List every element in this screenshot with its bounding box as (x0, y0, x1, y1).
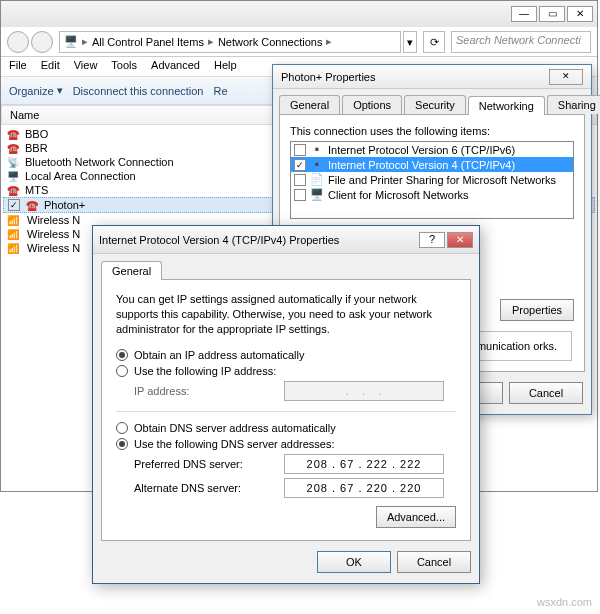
refresh-button[interactable]: ⟳ (423, 31, 445, 53)
chevron-right-icon: ▸ (82, 35, 88, 48)
signal-icon (7, 228, 21, 240)
connection-label: Bluetooth Network Connection (25, 156, 174, 168)
ip-address-input: . . . (284, 381, 444, 401)
tab-sharing[interactable]: Sharing (547, 95, 600, 114)
radio-ip-auto[interactable]: Obtain an IP address automatically (116, 349, 456, 361)
properties-button[interactable]: Properties (500, 299, 574, 321)
net-icon (7, 170, 19, 182)
minimize-button[interactable]: — (511, 6, 537, 22)
close-button[interactable]: ✕ (567, 6, 593, 22)
search-input[interactable]: Search Network Connecti (451, 31, 591, 53)
breadcrumb[interactable]: 🖥️ ▸ All Control Panel Items ▸ Network C… (59, 31, 401, 53)
tab-networking[interactable]: Networking (468, 96, 545, 115)
alternate-dns-input[interactable]: 208 . 67 . 220 . 220 (284, 478, 444, 498)
chevron-right-icon: ▸ (326, 35, 332, 48)
folder-icon: 🖥️ (64, 35, 78, 48)
breadcrumb-item-network-connections[interactable]: Network Connections (218, 36, 323, 48)
radio-icon (116, 365, 128, 377)
radio-ip-manual[interactable]: Use the following IP address: (116, 365, 456, 377)
rename-button[interactable]: Re (214, 85, 228, 97)
advanced-button[interactable]: Advanced... (376, 506, 456, 528)
protocol-icon: ▪️ (310, 143, 324, 156)
maximize-button[interactable]: ▭ (539, 6, 565, 22)
signal-icon (7, 242, 21, 254)
dialup-icon (7, 142, 19, 154)
checkbox-icon[interactable] (294, 144, 306, 156)
dialup-icon (7, 128, 19, 140)
tab-general[interactable]: General (101, 261, 162, 280)
help-button[interactable]: ? (419, 232, 445, 248)
close-button[interactable]: ✕ (447, 232, 473, 248)
disconnect-button[interactable]: Disconnect this connection (73, 85, 204, 97)
window-titlebar: — ▭ ✕ (1, 1, 597, 27)
connection-label: Wireless N (27, 242, 80, 254)
list-item-ipv6[interactable]: ▪️ Internet Protocol Version 6 (TCP/IPv6… (291, 142, 573, 157)
menu-advanced[interactable]: Advanced (151, 59, 200, 74)
dialog-titlebar: Photon+ Properties ✕ (273, 65, 591, 89)
tab-strip: General Options Security Networking Shar… (279, 95, 585, 114)
dialup-icon (26, 199, 38, 211)
signal-icon (7, 214, 21, 226)
items-label: This connection uses the following items… (290, 125, 574, 137)
organize-button[interactable]: Organize ▾ (9, 84, 63, 97)
list-item-file-sharing[interactable]: 📄 File and Printer Sharing for Microsoft… (291, 172, 573, 187)
connection-label: Wireless N (27, 228, 80, 240)
dialog-title: Photon+ Properties (281, 71, 375, 83)
cancel-button[interactable]: Cancel (509, 382, 583, 404)
dialog-title: Internet Protocol Version 4 (TCP/IPv4) P… (99, 234, 339, 246)
connection-label: BBO (25, 128, 48, 140)
menu-view[interactable]: View (74, 59, 98, 74)
radio-icon (116, 438, 128, 450)
watermark-text: wsxdn.com (537, 596, 592, 608)
tab-security[interactable]: Security (404, 95, 466, 114)
connection-label: BBR (25, 142, 48, 154)
ok-button[interactable]: OK (317, 551, 391, 573)
preferred-dns-label: Preferred DNS server: (134, 458, 284, 470)
tcpip-properties-dialog: Internet Protocol Version 4 (TCP/IPv4) P… (92, 225, 480, 584)
breadcrumb-dropdown[interactable]: ▾ (403, 31, 417, 53)
protocol-icon: ▪️ (310, 158, 324, 171)
breadcrumb-item-control-panel[interactable]: All Control Panel Items (92, 36, 204, 48)
connection-label: MTS (25, 184, 48, 196)
info-text: You can get IP settings assigned automat… (116, 292, 456, 337)
ip-address-label: IP address: (134, 385, 284, 397)
connection-label: Local Area Connection (25, 170, 136, 182)
nav-forward-button[interactable] (31, 31, 53, 53)
network-items-list[interactable]: ▪️ Internet Protocol Version 6 (TCP/IPv6… (290, 141, 574, 219)
dialog-titlebar: Internet Protocol Version 4 (TCP/IPv4) P… (93, 226, 479, 254)
menu-edit[interactable]: Edit (41, 59, 60, 74)
tab-panel-general: You can get IP settings assigned automat… (101, 279, 471, 541)
connection-label: Photon+ (44, 199, 85, 211)
menu-file[interactable]: File (9, 59, 27, 74)
preferred-dns-input[interactable]: 208 . 67 . 222 . 222 (284, 454, 444, 474)
radio-dns-auto[interactable]: Obtain DNS server address automatically (116, 422, 456, 434)
radio-icon (116, 349, 128, 361)
cancel-button[interactable]: Cancel (397, 551, 471, 573)
tab-general[interactable]: General (279, 95, 340, 114)
service-icon: 🖥️ (310, 188, 324, 201)
radio-icon (116, 422, 128, 434)
checkbox-icon[interactable]: ✓ (8, 199, 20, 211)
address-bar: 🖥️ ▸ All Control Panel Items ▸ Network C… (1, 27, 597, 57)
menu-help[interactable]: Help (214, 59, 237, 74)
radio-dns-manual[interactable]: Use the following DNS server addresses: (116, 438, 456, 450)
checkbox-icon[interactable] (294, 189, 306, 201)
alternate-dns-label: Alternate DNS server: (134, 482, 284, 494)
service-icon: 📄 (310, 173, 324, 186)
list-item-client-ms[interactable]: 🖥️ Client for Microsoft Networks (291, 187, 573, 202)
chevron-down-icon: ▾ (57, 84, 63, 97)
chevron-right-icon: ▸ (208, 35, 214, 48)
dialog-close-button[interactable]: ✕ (549, 69, 583, 85)
list-item-ipv4[interactable]: ✓ ▪️ Internet Protocol Version 4 (TCP/IP… (291, 157, 573, 172)
dialup-icon (7, 184, 19, 196)
menu-tools[interactable]: Tools (111, 59, 137, 74)
bt-icon (7, 156, 19, 168)
tab-options[interactable]: Options (342, 95, 402, 114)
checkbox-icon[interactable] (294, 174, 306, 186)
nav-back-button[interactable] (7, 31, 29, 53)
checkbox-icon[interactable]: ✓ (294, 159, 306, 171)
connection-label: Wireless N (27, 214, 80, 226)
